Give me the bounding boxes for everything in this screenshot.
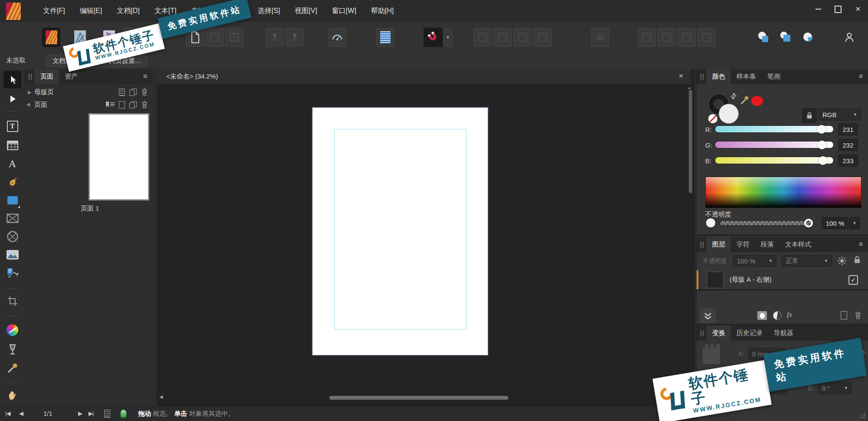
duplicate-icon[interactable] bbox=[129, 89, 137, 96]
insertion-target-button[interactable] bbox=[700, 308, 716, 323]
boolean-subtract-button[interactable] bbox=[777, 28, 795, 47]
notification-bell-icon[interactable] bbox=[121, 410, 126, 417]
frame-text-tool[interactable]: T bbox=[3, 117, 21, 135]
last-page-button[interactable]: ▶| bbox=[89, 410, 93, 417]
layer-opacity-select[interactable]: 100 % ▼ bbox=[733, 255, 776, 267]
layer-visibility-checkbox[interactable]: ✓ bbox=[848, 275, 858, 285]
eyedropper-icon[interactable] bbox=[740, 94, 750, 105]
place-image-tool[interactable] bbox=[3, 246, 21, 263]
blend-mode-select[interactable]: 正常 ▼ bbox=[782, 255, 832, 267]
menu-help[interactable]: 帮助[H] bbox=[364, 3, 401, 19]
gear-icon[interactable] bbox=[837, 256, 847, 266]
slider-knob[interactable] bbox=[819, 156, 827, 165]
maximize-button[interactable] bbox=[828, 0, 848, 18]
minimize-button[interactable] bbox=[808, 0, 828, 18]
panel-menu-icon[interactable]: ≡ bbox=[859, 240, 863, 248]
pages-row[interactable]: ▶ 页面 bbox=[25, 99, 152, 111]
window-resize-grip[interactable] bbox=[859, 412, 865, 418]
baseline-grid-button[interactable] bbox=[376, 28, 395, 47]
color-lock-button[interactable] bbox=[802, 108, 817, 123]
tab-layers[interactable]: 图层 bbox=[707, 237, 731, 252]
trash-icon[interactable] bbox=[855, 311, 861, 319]
menu-select[interactable]: 选择[S] bbox=[250, 3, 288, 19]
tab-swatches[interactable]: 样本条 bbox=[731, 69, 762, 84]
snapping-dropdown-button[interactable]: ▼ bbox=[444, 28, 452, 47]
expanded-arrow-icon[interactable]: ▶ bbox=[24, 100, 34, 110]
opacity-dropdown-button[interactable]: ▼ bbox=[849, 217, 860, 229]
red-channel-slider[interactable] bbox=[715, 125, 834, 133]
data-merge-tool[interactable] bbox=[3, 264, 21, 282]
green-channel-value[interactable]: 232 bbox=[838, 139, 858, 151]
tab-assets[interactable]: 资产 bbox=[59, 69, 83, 84]
tab-history[interactable]: 历史记录 bbox=[731, 326, 768, 341]
toolbar-button-disabled-6[interactable] bbox=[493, 28, 512, 47]
page-indicator[interactable]: 1/1 bbox=[43, 410, 53, 417]
view-hand-tool[interactable] bbox=[3, 386, 21, 404]
picture-frame-ellipse-tool[interactable] bbox=[3, 227, 21, 245]
layer-thumbnail[interactable] bbox=[707, 272, 723, 288]
page-1-thumbnail[interactable] bbox=[89, 113, 149, 201]
vertical-scrollbar[interactable] bbox=[689, 90, 692, 193]
panel-grip[interactable] bbox=[697, 237, 707, 252]
node-tool[interactable] bbox=[3, 90, 21, 108]
table-tool[interactable] bbox=[3, 136, 21, 154]
canvas-page[interactable] bbox=[312, 107, 489, 356]
scroll-left-icon[interactable]: ◀ bbox=[159, 394, 163, 400]
tab-character[interactable]: 字符 bbox=[731, 237, 755, 252]
tab-pages[interactable]: 页面 bbox=[35, 69, 59, 84]
tab-color[interactable]: 颜色 bbox=[707, 69, 731, 84]
account-button[interactable] bbox=[840, 28, 858, 47]
menu-edit[interactable]: 编辑[E] bbox=[72, 3, 110, 19]
scroll-up-icon[interactable]: ▲ bbox=[687, 86, 691, 90]
trash-icon[interactable] bbox=[141, 101, 148, 109]
menu-view[interactable]: 视图[V] bbox=[287, 3, 325, 19]
adjustment-button[interactable] bbox=[773, 311, 782, 320]
toolbar-button-disabled-12[interactable] bbox=[677, 28, 696, 47]
tab-navigator[interactable]: 导航器 bbox=[768, 326, 799, 341]
trash-icon[interactable] bbox=[141, 88, 148, 96]
picture-frame-rectangle-tool[interactable] bbox=[3, 209, 21, 227]
color-picker-tool[interactable] bbox=[3, 359, 21, 377]
toolbar-button-disabled-8[interactable] bbox=[533, 28, 552, 47]
menu-window[interactable]: 窗口[W] bbox=[325, 3, 364, 19]
horizontal-scrollbar[interactable] bbox=[329, 396, 508, 400]
close-icon[interactable]: ✕ bbox=[678, 72, 684, 79]
document-tab[interactable]: <未命名> (34.2%) ✕ bbox=[157, 69, 690, 84]
boolean-divide-button[interactable] bbox=[799, 28, 817, 47]
duplicate-icon[interactable] bbox=[129, 101, 137, 109]
collapsed-arrow-icon[interactable]: ▶ bbox=[25, 90, 34, 95]
insert-pages-icon[interactable] bbox=[106, 101, 115, 108]
color-spectrum-strip[interactable] bbox=[705, 177, 861, 208]
menu-document[interactable]: 文档[D] bbox=[109, 3, 147, 19]
opacity-value[interactable]: 100 % bbox=[822, 217, 848, 229]
toolbar-button-disabled-10[interactable] bbox=[638, 28, 656, 47]
toolbar-button-disabled-7[interactable] bbox=[513, 28, 532, 47]
toolbar-button-disabled-13[interactable] bbox=[697, 28, 716, 47]
snapping-button[interactable] bbox=[424, 28, 443, 47]
first-page-button[interactable]: |◀ bbox=[5, 410, 10, 417]
tab-stroke[interactable]: 笔画 bbox=[762, 69, 786, 84]
rotate-view-button[interactable] bbox=[328, 28, 346, 47]
tab-transform[interactable]: 变换 bbox=[707, 326, 731, 341]
toolbar-button-disabled-3[interactable] bbox=[266, 28, 284, 47]
toolbar-button-disabled-9[interactable] bbox=[591, 28, 609, 47]
blue-channel-slider[interactable] bbox=[715, 157, 834, 164]
mask-layer-button[interactable] bbox=[757, 311, 767, 320]
rectangle-tool[interactable] bbox=[3, 191, 21, 209]
move-tool[interactable] bbox=[3, 71, 21, 89]
artistic-text-tool[interactable]: A bbox=[3, 155, 21, 173]
no-fill-badge[interactable] bbox=[708, 114, 717, 123]
panel-grip[interactable] bbox=[25, 69, 35, 84]
panel-grip[interactable] bbox=[697, 326, 707, 341]
anchor-point-selector[interactable] bbox=[703, 344, 720, 364]
picked-color-swatch[interactable] bbox=[751, 96, 763, 106]
toolbar-button-disabled-4[interactable] bbox=[286, 28, 304, 47]
publisher-persona-button[interactable] bbox=[42, 28, 60, 47]
toolbar-button-disabled-11[interactable] bbox=[658, 28, 676, 47]
green-channel-slider[interactable] bbox=[715, 141, 834, 148]
blue-channel-value[interactable]: 233 bbox=[838, 155, 858, 167]
swap-colors-icon[interactable]: ⇄ bbox=[728, 91, 739, 102]
slider-knob[interactable] bbox=[817, 125, 826, 134]
layer-row-master-a[interactable]: (母版 A - 右侧) ✓ bbox=[697, 270, 868, 290]
lock-icon[interactable] bbox=[853, 255, 861, 264]
